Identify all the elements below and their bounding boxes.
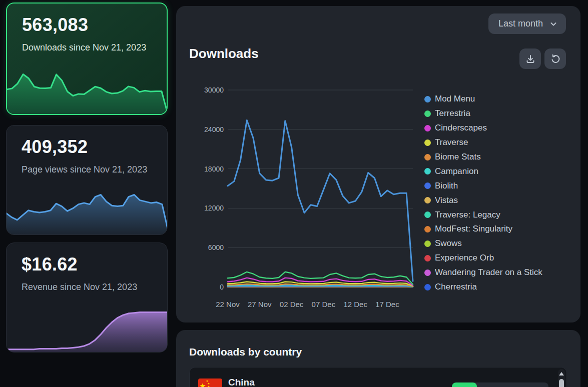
legend-dot (424, 110, 431, 117)
page-views-total-label: Page views since Nov 21, 2023 (22, 164, 162, 176)
legend-dot (424, 212, 431, 218)
legend-dot (424, 270, 431, 276)
legend-item[interactable]: Cinderscapes (424, 121, 542, 136)
stat-card-revenue[interactable]: $16.62 Revenue since Nov 21, 2023 (6, 242, 168, 352)
legend-label: Terrestria (435, 108, 470, 118)
legend-item[interactable]: ModFest: Singularity (424, 222, 542, 236)
refresh-chart-button[interactable] (544, 48, 566, 69)
download-icon (525, 54, 535, 64)
downloads-total: 563,083 (22, 14, 88, 36)
legend-item[interactable]: Cherrestria (424, 280, 542, 294)
x-axis-tick-label: 02 Dec (280, 300, 304, 308)
x-axis-tick-label: 12 Dec (343, 300, 367, 308)
x-axis-tick-label: 27 Nov (248, 300, 272, 308)
stat-card-page-views[interactable]: 409,352 Page views since Nov 21, 2023 (6, 125, 168, 235)
legend-label: ModFest: Singularity (435, 224, 512, 234)
refresh-icon (550, 54, 560, 64)
legend-label: Experience Orb (435, 253, 494, 263)
y-axis-tick-label: 6000 (191, 244, 224, 252)
country-progress-fill (452, 382, 477, 387)
legend-dot (424, 240, 431, 247)
legend-item[interactable]: Vistas (424, 193, 542, 208)
cn-flag-icon: ★ ★ ★ ★ ★ (198, 378, 222, 387)
legend-label: Wandering Trader on a Stick (435, 268, 542, 278)
chart-legend: Mod MenuTerrestriaCinderscapesTraverseBi… (424, 92, 542, 294)
downloads-panel: Last month Downloads 0600012000180002400… (176, 6, 580, 322)
svg-text:★: ★ (208, 385, 210, 387)
revenue-total: $16.62 (22, 254, 78, 275)
page-views-sparkline (6, 191, 168, 235)
legend-item[interactable]: Traverse (424, 136, 542, 150)
legend-item[interactable]: Experience Orb (424, 251, 542, 266)
svg-text:★: ★ (199, 382, 206, 387)
legend-dot (424, 197, 431, 204)
export-chart-button[interactable] (519, 48, 541, 69)
y-axis-tick-label: 24000 (191, 126, 224, 134)
downloads-by-country-panel: Downloads by country ★ ★ ★ ★ ★ China (176, 330, 580, 387)
legend-dot (424, 182, 431, 189)
legend-dot (424, 255, 431, 262)
revenue-sparkline (6, 308, 168, 352)
chevron-down-icon (549, 20, 558, 28)
legend-label: Biome Stats (435, 152, 481, 162)
legend-item[interactable]: Wandering Trader on a Stick (424, 266, 542, 280)
legend-label: Biolith (435, 181, 458, 191)
legend-label: Campanion (435, 166, 478, 176)
legend-dot (424, 284, 431, 290)
revenue-total-label: Revenue since Nov 21, 2023 (22, 281, 162, 293)
downloads-sparkline (7, 70, 167, 114)
country-name: China (228, 377, 255, 387)
legend-label: Traverse (435, 138, 468, 148)
date-range-selector[interactable]: Last month (488, 14, 566, 34)
legend-item[interactable]: Traverse: Legacy (424, 208, 542, 222)
legend-item[interactable]: Biome Stats (424, 150, 542, 164)
panel-title: Downloads (189, 46, 259, 62)
stat-card-downloads[interactable]: 563,083 Downloads since Nov 21, 2023 (6, 2, 168, 115)
legend-item[interactable]: Biolith (424, 178, 542, 193)
x-axis-tick-label: 07 Dec (312, 300, 336, 308)
series-line (228, 120, 413, 281)
country-progress-bar (452, 382, 548, 387)
legend-label: Cinderscapes (435, 123, 487, 133)
downloads-total-label: Downloads since Nov 21, 2023 (22, 42, 162, 54)
legend-label: Vistas (435, 196, 458, 206)
legend-item[interactable]: Mod Menu (424, 92, 542, 106)
legend-label: Traverse: Legacy (435, 210, 500, 220)
legend-item[interactable]: Swows (424, 236, 542, 251)
y-axis-tick-label: 30000 (191, 86, 224, 94)
analytics-dashboard: 563,083 Downloads since Nov 21, 2023 409… (0, 0, 588, 387)
page-views-total: 409,352 (22, 136, 88, 158)
legend-dot (424, 140, 431, 146)
legend-dot (424, 96, 431, 102)
date-range-label: Last month (498, 18, 543, 29)
legend-dot (424, 226, 431, 232)
legend-item[interactable]: Terrestria (424, 106, 542, 121)
country-list: ★ ★ ★ ★ ★ China (189, 367, 567, 387)
legend-label: Swows (435, 238, 462, 248)
country-section-title: Downloads by country (189, 346, 302, 358)
scroll-up-icon[interactable] (558, 370, 565, 377)
legend-dot (424, 125, 431, 132)
scrollbar-thumb[interactable] (559, 379, 564, 387)
legend-label: Mod Menu (435, 94, 475, 104)
y-axis-tick-label: 0 (191, 283, 224, 291)
country-list-scrollbar[interactable] (558, 369, 565, 387)
legend-item[interactable]: Campanion (424, 164, 542, 178)
legend-dot (424, 168, 431, 174)
x-axis-tick-label: 17 Dec (375, 300, 399, 308)
legend-label: Cherrestria (435, 282, 477, 292)
y-axis-tick-label: 12000 (191, 204, 224, 212)
legend-dot (424, 154, 431, 160)
x-axis-tick-label: 22 Nov (216, 300, 240, 308)
y-axis-tick-label: 18000 (191, 165, 224, 173)
downloads-line-chart[interactable] (228, 90, 413, 287)
